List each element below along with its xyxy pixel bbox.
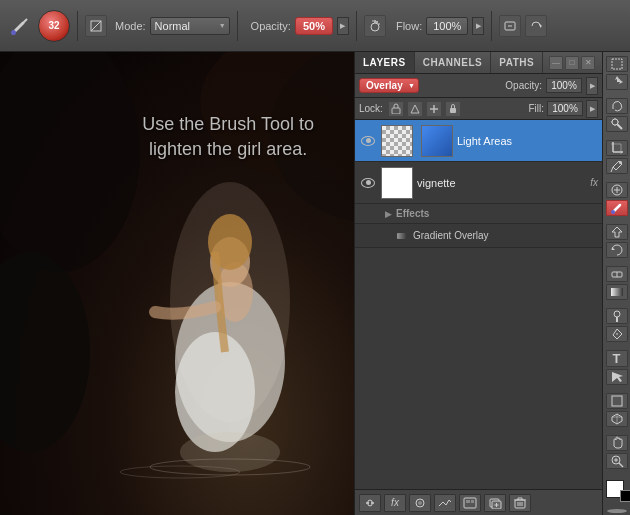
lock-row: Lock: [355,98,602,120]
svg-point-9 [378,23,380,25]
sub-layer-gradient-overlay[interactable]: Gradient Overlay [355,224,602,248]
toolbar-separator-3 [356,11,357,41]
fx-button[interactable]: fx [384,494,406,512]
layers-list: Light Areas vignette fx ▶ Effects [355,120,602,489]
layer-mask-thumb-light-areas [421,125,453,157]
panel-close-button[interactable]: ✕ [581,56,595,70]
svg-rect-73 [612,396,622,406]
panel-maximize-button[interactable]: □ [565,56,579,70]
brush-tool-icon[interactable] [6,12,34,40]
lock-transparent-btn[interactable] [388,101,404,117]
gradient-overlay-name: Gradient Overlay [413,230,489,241]
brush-tool-btn[interactable] [606,200,628,216]
spot-heal-btn[interactable] [606,182,628,198]
zoom-tool-btn[interactable] [606,453,628,469]
opacity-label: Opacity: [251,20,291,32]
adjustment-button[interactable] [434,494,456,512]
crop-tool-btn[interactable] [606,140,628,156]
tablet-pressure-icon[interactable] [499,15,521,37]
top-toolbar: 32 Mode: Normal Overlay Multiply Screen … [0,0,630,52]
tab-layers[interactable]: LAYERS [355,52,415,73]
flow-label: Flow: [396,20,422,32]
mask-button[interactable] [409,494,431,512]
brush-mode-icon[interactable] [85,15,107,37]
magic-wand-btn[interactable] [606,116,628,132]
layer-visibility-vignette[interactable] [359,174,377,192]
mode-select-wrapper[interactable]: Normal Overlay Multiply Screen [150,17,230,35]
pen-tool-btn[interactable] [606,326,628,342]
dodge-tool-btn[interactable] [606,308,628,324]
clone-stamp-btn[interactable] [606,224,628,240]
panel-controls: — □ ✕ [549,56,602,70]
background-color[interactable] [620,490,631,502]
eye-icon-vignette [361,178,375,188]
tab-paths[interactable]: PATHS [491,52,543,73]
layer-name-light-areas: Light Areas [457,135,598,147]
link-layers-button[interactable] [359,494,381,512]
svg-marker-47 [615,76,623,82]
fill-value[interactable]: 100% [547,101,583,116]
svg-marker-72 [612,372,623,382]
svg-rect-68 [611,288,623,296]
layer-item-vignette[interactable]: vignette fx [355,162,602,204]
layers-footer: fx [355,489,602,515]
group-button[interactable] [459,494,481,512]
lock-all-btn[interactable] [445,101,461,117]
delete-layer-button[interactable] [509,494,531,512]
panel-minimize-button[interactable]: — [549,56,563,70]
rotate-brush-icon[interactable] [525,15,547,37]
panel-minmax-buttons: — □ ✕ [549,56,599,70]
canvas-area[interactable]: Use the Brush Tool to lighten the girl a… [0,52,354,515]
layer-visibility-light-areas[interactable] [359,132,377,150]
layer-opacity-arrow[interactable]: ▶ [586,77,598,95]
opacity-value[interactable]: 50% [295,17,333,35]
flow-value: 100% [426,17,468,35]
main-content: Use the Brush Tool to lighten the girl a… [0,52,630,515]
brush-size-indicator[interactable]: 32 [38,10,70,42]
mode-label: Mode: [115,20,146,32]
svg-rect-35 [471,500,474,503]
mode-select[interactable]: Normal Overlay Multiply Screen [150,17,230,35]
fx-badge-vignette: fx [590,177,598,188]
tab-channels[interactable]: CHANNELS [415,52,492,73]
eraser-tool-btn[interactable] [606,266,628,282]
color-swatches[interactable] [606,480,628,498]
layer-item-light-areas[interactable]: Light Areas [355,120,602,162]
3d-tool-btn[interactable] [606,411,628,427]
layer-name-vignette: vignette [417,177,586,189]
lasso-tool-btn[interactable] [606,98,628,114]
flow-arrow-btn[interactable]: ▶ [472,17,484,35]
layer-opacity-label: Opacity: [505,80,542,91]
fill-arrow[interactable]: ▶ [586,100,598,118]
svg-line-58 [611,167,613,172]
opacity-arrow-btn[interactable]: ▶ [337,17,349,35]
svg-marker-12 [540,24,542,28]
lock-image-btn[interactable] [407,101,423,117]
hand-tool-btn[interactable] [606,435,628,451]
svg-line-77 [619,463,623,467]
type-tool-btn[interactable]: T [606,350,628,367]
effects-expand-icon[interactable]: ▶ [385,209,392,219]
new-layer-button[interactable] [484,494,506,512]
svg-rect-26 [392,108,400,114]
quick-mask-btn[interactable] [607,509,627,513]
gradient-tool-btn[interactable] [606,284,628,300]
shape-tool-btn[interactable] [606,393,628,409]
airbrush-icon[interactable] [364,15,386,37]
blend-mode-button[interactable]: Overlay [359,78,419,93]
svg-point-64 [611,210,615,214]
thumb-checkerboard-light-areas [382,126,412,156]
marquee-tool-btn[interactable] [606,56,628,72]
lock-position-btn[interactable] [426,101,442,117]
move-tool-btn[interactable] [606,74,628,90]
blend-mode-wrapper[interactable]: Overlay [359,78,419,93]
right-toolbar: T [602,52,630,515]
fill-label: Fill: [528,103,544,114]
path-select-btn[interactable] [606,369,628,385]
gradient-overlay-icon [395,229,409,243]
layer-opacity-value[interactable]: 100% [546,78,582,93]
svg-point-5 [371,23,379,31]
eyedropper-tool-btn[interactable] [606,158,628,174]
svg-point-59 [619,161,622,164]
history-brush-btn[interactable] [606,242,628,258]
